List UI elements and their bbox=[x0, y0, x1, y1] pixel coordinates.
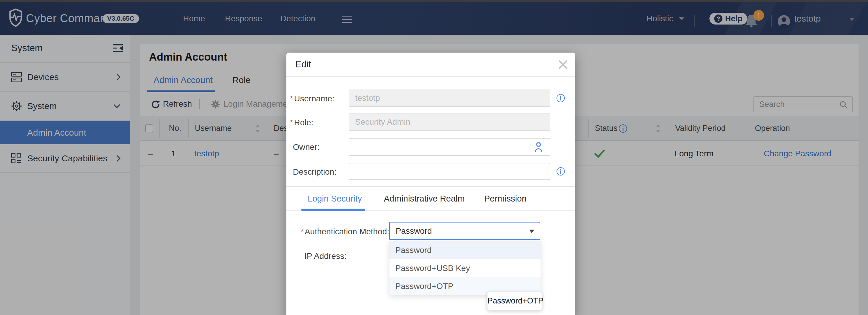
select-caret-icon bbox=[529, 230, 534, 233]
description-label: Description: bbox=[293, 167, 337, 177]
selected-auth-method: Password bbox=[396, 223, 432, 239]
select-owner-person-icon[interactable] bbox=[534, 142, 542, 152]
option-password-usb-key[interactable]: Password+USB Key bbox=[390, 259, 540, 277]
role-label: *Role: bbox=[290, 118, 313, 127]
tab-login-security[interactable]: Login Security bbox=[308, 194, 362, 204]
owner-field[interactable] bbox=[349, 138, 550, 156]
divider bbox=[286, 76, 575, 77]
tab-permission[interactable]: Permission bbox=[484, 194, 526, 204]
role-input bbox=[349, 114, 550, 130]
tab-administrative-realm[interactable]: Administrative Realm bbox=[384, 194, 465, 204]
username-info-icon[interactable]: i bbox=[557, 94, 565, 102]
edit-modal: Edit *Username: i *Role: Owner: bbox=[286, 53, 575, 315]
owner-label: Owner: bbox=[293, 142, 319, 152]
option-tooltip: Password+OTP bbox=[487, 292, 542, 310]
divider bbox=[286, 186, 575, 187]
description-input[interactable] bbox=[349, 164, 550, 179]
modal-title: Edit bbox=[295, 59, 311, 70]
app-root: Cyber Command V3.0.65C Home Response Det… bbox=[0, 0, 868, 315]
username-input bbox=[349, 90, 550, 106]
authentication-method-select[interactable]: Password bbox=[389, 222, 540, 240]
description-info-icon[interactable]: i bbox=[557, 167, 565, 175]
close-icon[interactable] bbox=[558, 60, 568, 70]
auth-method-dropdown: Password Password+USB Key Password+OTP bbox=[389, 241, 541, 295]
active-tab-underline bbox=[301, 209, 365, 211]
username-field bbox=[349, 89, 550, 107]
username-label: *Username: bbox=[290, 94, 335, 104]
description-field[interactable] bbox=[349, 163, 550, 180]
role-field bbox=[349, 113, 550, 131]
required-marker: * bbox=[290, 94, 293, 103]
authentication-method-label: *Authentication Method: bbox=[301, 227, 389, 236]
option-password[interactable]: Password bbox=[390, 241, 540, 259]
required-marker: * bbox=[301, 227, 304, 236]
required-marker: * bbox=[290, 118, 293, 127]
ip-address-label: IP Address: bbox=[304, 252, 347, 261]
owner-input[interactable] bbox=[349, 139, 550, 155]
